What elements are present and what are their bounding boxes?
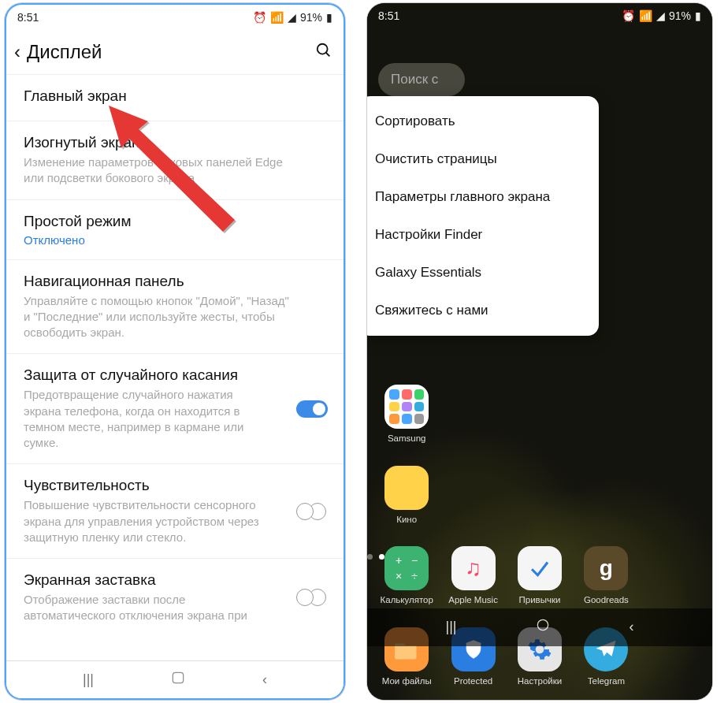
menu-contact-us[interactable]: Свяжитесь с нами [367, 292, 599, 329]
item-label: Чувствительность [24, 477, 326, 494]
app-samsung-folder[interactable]: Samsung [373, 385, 440, 444]
app-label: Apple Music [448, 595, 498, 605]
status-battery: 91% [669, 9, 691, 22]
app-label: Samsung [388, 433, 426, 444]
search-icon[interactable] [315, 42, 332, 62]
item-screensaver[interactable]: Экранная заставка Отображение заставки п… [6, 558, 344, 637]
status-battery: 91% [300, 11, 322, 24]
alarm-icon: ⏰ [253, 11, 266, 24]
svg-rect-2 [173, 672, 183, 683]
app-label: Protected [454, 676, 492, 686]
item-easy-mode[interactable]: Простой режим Отключено [6, 199, 344, 259]
recents-button[interactable]: ||| [83, 671, 94, 688]
app-label: Кино [396, 515, 417, 525]
app-label: Привычки [519, 595, 561, 605]
status-time: 8:51 [378, 9, 399, 22]
svg-line-1 [326, 53, 330, 57]
item-sub: Управляйте с помощью кнопок "Домой", "На… [24, 293, 296, 341]
app-label: Настройки [518, 676, 562, 686]
app-label: Telegram [588, 676, 625, 686]
page-indicator [367, 554, 712, 560]
app-kino[interactable]: Кино [373, 466, 440, 525]
item-sub: Изменение параметров боковых панелей Edg… [24, 154, 296, 187]
menu-finder-settings[interactable]: Настройки Finder [367, 216, 599, 254]
menu-clear-pages[interactable]: Очистить страницы [367, 140, 599, 178]
item-sub: Отображение заставки после автоматическо… [24, 592, 260, 624]
item-label: Изогнутый экран [24, 134, 326, 151]
app-label: Мои файлы [382, 676, 432, 686]
phone-settings: 8:51 ⏰ 📶 ◢ 91% ▮ ‹ Дисплей Главный экран… [5, 3, 345, 700]
menu-home-settings[interactable]: Параметры главного экрана [367, 178, 599, 216]
item-label: Простой режим [24, 213, 326, 230]
signal-icon: ◢ [288, 11, 296, 24]
item-label: Экранная заставка [24, 571, 326, 589]
popup-menu: Сортировать Очистить страницы Параметры … [367, 96, 599, 336]
toggle-on[interactable] [296, 400, 328, 418]
item-label: Защита от случайного касания [24, 366, 266, 384]
item-sub: Предотвращение случайного нажатия экрана… [24, 387, 266, 451]
item-status: Отключено [24, 233, 326, 247]
menu-sort[interactable]: Сортировать [367, 102, 599, 140]
status-bar: 8:51 ⏰ 📶 ◢ 91% ▮ [6, 5, 344, 30]
settings-header: ‹ Дисплей [6, 30, 344, 74]
phone-launcher: 8:51 ⏰ 📶 ◢ 91% ▮ Поиск с Сортировать Очи… [367, 3, 712, 700]
wifi-icon: 📶 [270, 11, 284, 24]
recents-button[interactable]: ||| [445, 619, 456, 635]
status-time: 8:51 [17, 11, 39, 24]
status-bar: 8:51 ⏰ 📶 ◢ 91% ▮ [367, 3, 712, 28]
signal-icon: ◢ [656, 9, 665, 22]
item-sub: Повышение чувствительности сенсорного эк… [24, 497, 260, 545]
home-button[interactable] [535, 617, 551, 637]
back-button[interactable]: ‹ [262, 671, 267, 688]
nav-bar: ||| ‹ [6, 660, 344, 698]
item-nav-bar[interactable]: Навигационная панель Управляйте с помощь… [6, 259, 344, 354]
alarm-icon: ⏰ [622, 9, 635, 22]
item-label: Главный экран [24, 87, 326, 105]
back-icon[interactable]: ‹ [14, 41, 20, 63]
toggle-off-icon[interactable] [296, 503, 326, 520]
search-pill[interactable]: Поиск с [378, 63, 465, 96]
app-label: Калькулятор [381, 595, 433, 605]
item-label: Навигационная панель [24, 273, 326, 290]
wifi-icon: 📶 [639, 9, 652, 22]
page-title: Дисплей [27, 41, 315, 63]
menu-galaxy-essentials[interactable]: Galaxy Essentials [367, 254, 599, 292]
app-label: Goodreads [584, 595, 629, 605]
item-home-screen[interactable]: Главный экран [6, 74, 344, 121]
battery-icon: ▮ [326, 11, 332, 24]
item-sensitivity[interactable]: Чувствительность Повышение чувствительно… [6, 463, 344, 558]
item-edge-screen[interactable]: Изогнутый экран Изменение параметров бок… [6, 121, 344, 199]
svg-point-0 [318, 44, 328, 54]
nav-bar: ||| ‹ [367, 608, 712, 646]
home-button[interactable] [170, 670, 186, 690]
item-accidental-touch[interactable]: Защита от случайного касания Предотвраще… [6, 353, 344, 463]
back-button[interactable]: ‹ [629, 619, 633, 635]
battery-icon: ▮ [695, 9, 701, 22]
toggle-off-icon[interactable] [296, 589, 326, 606]
search-placeholder: Поиск с [391, 72, 438, 87]
svg-point-4 [537, 619, 548, 630]
